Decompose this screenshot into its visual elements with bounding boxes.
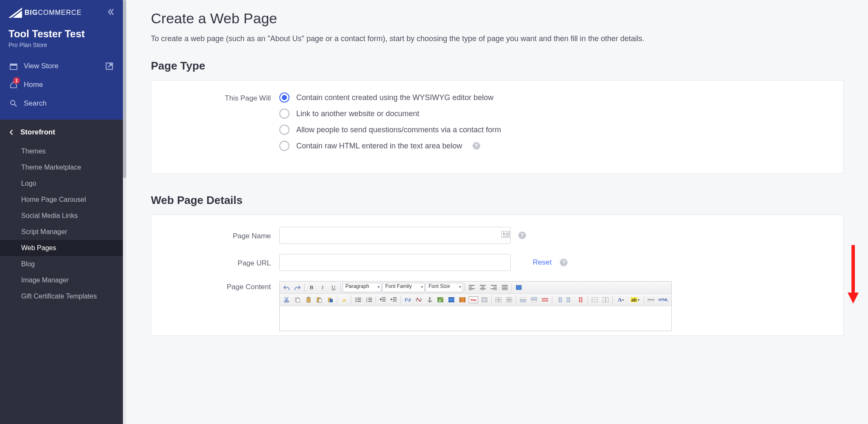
image-button[interactable]: [436, 295, 446, 304]
svg-rect-40: [482, 298, 487, 302]
sidebar-item-label: Search: [24, 99, 114, 108]
table-button[interactable]: [493, 295, 504, 304]
redo-button[interactable]: [292, 283, 303, 292]
svg-rect-9: [506, 233, 509, 234]
bold-button[interactable]: B: [306, 283, 317, 292]
svg-point-24: [355, 298, 356, 299]
object-button[interactable]: [479, 295, 490, 304]
col-before-button[interactable]: [554, 295, 564, 304]
brand-logo: BIGCOMMERCE: [8, 8, 82, 18]
sidebar-search[interactable]: Search: [8, 94, 114, 113]
row-delete-button[interactable]: [540, 295, 550, 304]
fontfamily-select[interactable]: Font Family: [382, 283, 425, 292]
radio-icon[interactable]: [279, 141, 289, 151]
svg-rect-10: [506, 234, 509, 235]
subnav-logo[interactable]: Logo: [0, 176, 123, 192]
align-right-button[interactable]: [489, 283, 499, 292]
hr-button[interactable]: [646, 295, 656, 304]
subnav-script[interactable]: Script Manager: [0, 224, 123, 240]
media-button[interactable]: [446, 295, 456, 304]
backcolor-button[interactable]: ab▾: [628, 295, 643, 304]
page-type-option-contact[interactable]: Allow people to send questions/comments …: [279, 125, 832, 135]
radio-icon[interactable]: [279, 109, 289, 119]
page-type-option-link[interactable]: Link to another website or document: [279, 109, 832, 119]
scrollbar-thumb[interactable]: [123, 0, 126, 178]
italic-button[interactable]: I: [317, 283, 328, 292]
sidebar-section-storefront[interactable]: Storefront: [0, 120, 123, 143]
section-details-heading: Web Page Details: [151, 194, 843, 207]
subnav-gift[interactable]: Gift Certificate Templates: [0, 288, 123, 304]
details-panel: Page Name ? Page URL Reset ? Page Conten…: [151, 215, 843, 336]
subnav-webpages[interactable]: Web Pages: [0, 240, 123, 256]
col-after-button[interactable]: [565, 295, 575, 304]
align-center-button[interactable]: [478, 283, 488, 292]
annotation-arrow-icon: [846, 245, 860, 304]
subnav-carousel[interactable]: Home Page Carousel: [0, 192, 123, 208]
ol-button[interactable]: 123: [364, 295, 374, 304]
paste-text-button[interactable]: [314, 295, 324, 304]
split-button[interactable]: [601, 295, 611, 304]
subnav-social[interactable]: Social Media Links: [0, 208, 123, 224]
radio-icon[interactable]: [279, 125, 289, 135]
radio-icon[interactable]: [279, 92, 289, 103]
html-button[interactable]: HTML: [657, 295, 670, 304]
page-content-label: Page Content: [162, 281, 279, 291]
page-url-input[interactable]: [279, 254, 511, 271]
fontsize-select[interactable]: Font Size: [426, 283, 463, 292]
content-editor-area[interactable]: [280, 306, 671, 331]
paste-button[interactable]: [303, 295, 314, 304]
svg-point-14: [287, 301, 289, 302]
subnav-themes[interactable]: Themes: [0, 143, 123, 159]
copy-button[interactable]: [292, 295, 303, 304]
help-icon[interactable]: ?: [560, 259, 568, 266]
ul-button[interactable]: [353, 295, 363, 304]
toolbar-row-1: B I U Paragraph Font Family Font Size: [280, 282, 671, 294]
svg-rect-20: [319, 299, 322, 302]
page-type-option-rawhtml[interactable]: Contain raw HTML entered in the text are…: [279, 141, 832, 151]
align-justify-button[interactable]: [500, 283, 510, 292]
sidebar-item-label: View Store: [24, 62, 99, 70]
fullscreen-button[interactable]: [514, 283, 524, 292]
youtube-button[interactable]: You: [468, 295, 479, 304]
outdent-button[interactable]: [378, 295, 388, 304]
section-page-type-heading: Page Type: [151, 59, 843, 73]
svg-rect-49: [567, 297, 570, 302]
unlink-button[interactable]: [414, 295, 424, 304]
sidebar-view-store[interactable]: View Store: [8, 57, 114, 75]
row-after-button[interactable]: [529, 295, 539, 304]
sidebar-home[interactable]: 1 Home: [8, 75, 114, 94]
table2-button[interactable]: [504, 295, 515, 304]
link-button[interactable]: [403, 295, 413, 304]
subnav-image[interactable]: Image Manager: [0, 272, 123, 288]
forecolor-button[interactable]: A▾: [615, 295, 627, 304]
collapse-sidebar-button[interactable]: [107, 8, 114, 18]
svg-rect-45: [531, 297, 537, 300]
paste-word-button[interactable]: [325, 295, 335, 304]
col-delete-button[interactable]: [576, 295, 586, 304]
undo-button[interactable]: [281, 283, 292, 292]
row-before-button[interactable]: [518, 295, 528, 304]
merge-button[interactable]: [590, 295, 600, 304]
paragraph-select[interactable]: Paragraph: [342, 283, 381, 292]
svg-rect-50: [579, 297, 582, 302]
film-button[interactable]: [457, 295, 467, 304]
page-type-panel: This Page Will Contain content created u…: [151, 80, 843, 173]
anchor-button[interactable]: [425, 295, 435, 304]
svg-rect-48: [559, 297, 562, 302]
help-icon[interactable]: ?: [473, 142, 480, 150]
align-left-button[interactable]: [467, 283, 477, 292]
indent-button[interactable]: [389, 295, 399, 304]
sidebar-scrollbar[interactable]: [123, 0, 126, 424]
subnav-blog[interactable]: Blog: [0, 256, 123, 272]
page-url-label: Page URL: [162, 257, 279, 268]
subnav-marketplace[interactable]: Theme Marketplace: [0, 159, 123, 176]
svg-rect-47: [542, 298, 548, 301]
help-icon[interactable]: ?: [518, 232, 526, 239]
clear-format-button[interactable]: [339, 295, 349, 304]
page-type-option-wysiwyg[interactable]: Contain content created using the WYSIWY…: [279, 92, 832, 103]
underline-button[interactable]: U: [328, 283, 339, 292]
reset-link[interactable]: Reset: [533, 258, 551, 267]
brand-text-commerce: COMMERCE: [38, 9, 81, 16]
cut-button[interactable]: [281, 295, 292, 304]
page-name-input[interactable]: [279, 227, 511, 244]
